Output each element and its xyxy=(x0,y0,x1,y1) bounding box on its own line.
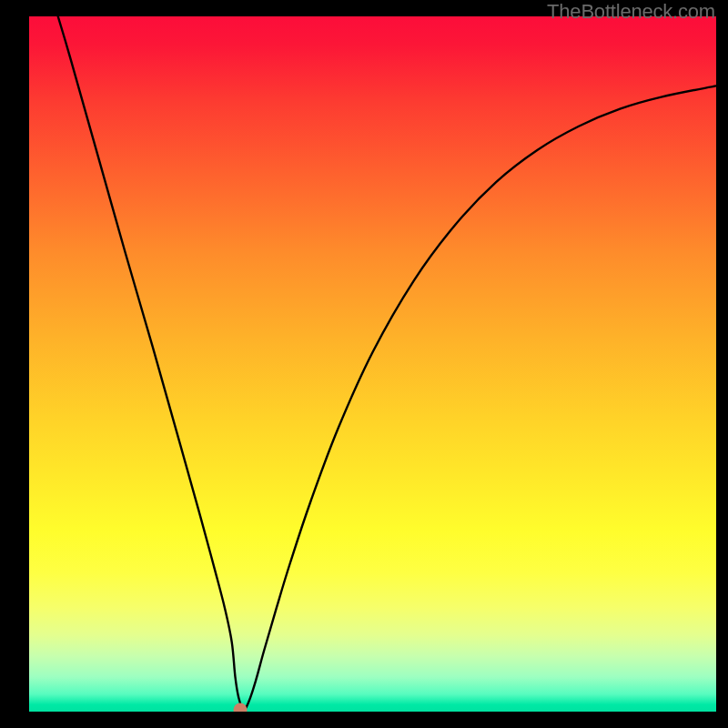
optimal-point-marker xyxy=(233,703,247,712)
watermark-text: TheBottleneck.com xyxy=(547,0,715,24)
plot-area xyxy=(29,16,716,712)
chart-frame: TheBottleneck.com xyxy=(0,0,728,728)
bottleneck-curve xyxy=(29,16,716,712)
